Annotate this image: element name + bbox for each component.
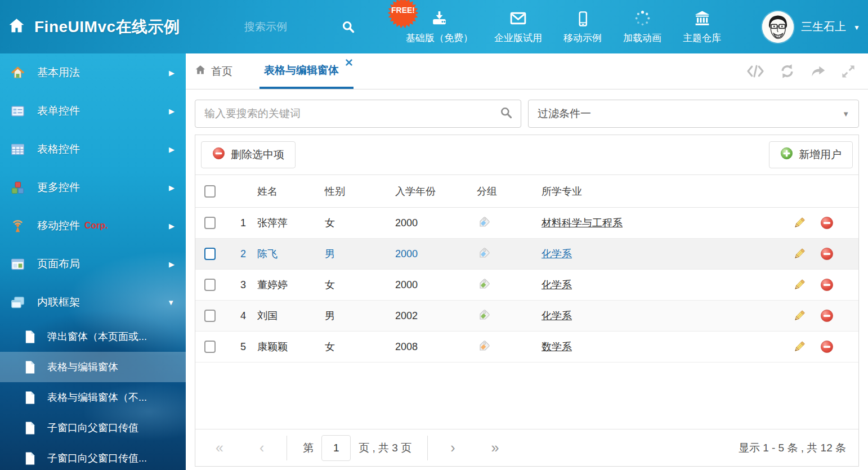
cell-name: 董婷婷 (257, 278, 325, 292)
source-code-icon[interactable] (746, 65, 764, 78)
sidebar-subitem-2[interactable]: 表格与编辑窗体（不... (0, 382, 186, 413)
sidebar-item-1[interactable]: 表单控件▶ (0, 92, 186, 130)
delete-row-icon[interactable] (820, 247, 834, 261)
sidebar-subitem-0[interactable]: 弹出窗体（本页面或... (0, 321, 186, 352)
row-checkbox[interactable] (204, 341, 216, 353)
edit-pencil-icon[interactable] (793, 309, 806, 323)
chevron-right-icon: ▶ (169, 183, 175, 192)
cell-gender: 男 (325, 247, 395, 261)
major-link[interactable]: 化学系 (542, 278, 774, 292)
top-nav: 基础版（免费）企业版试用移动示例加载动画主题仓库 (395, 0, 732, 53)
tab-home[interactable]: 首页 (195, 53, 232, 89)
next-page-button[interactable]: › (450, 441, 455, 455)
sidebar-subitem-3[interactable]: 子窗口向父窗口传值 (0, 413, 186, 443)
row-number: 4 (229, 310, 257, 322)
last-page-button[interactable]: » (491, 441, 499, 455)
sidebar-subitem-1[interactable]: 表格与编辑窗体 (0, 352, 186, 382)
cell-year: 2002 (395, 310, 477, 322)
delete-row-icon[interactable] (820, 216, 834, 230)
row-number: 2 (229, 248, 257, 260)
col-header-name[interactable]: 姓名 (257, 185, 325, 198)
major-link[interactable]: 数学系 (542, 340, 774, 353)
tab-active[interactable]: 表格与编辑窗体 (259, 53, 354, 89)
major-link[interactable]: 化学系 (542, 247, 774, 261)
table-row[interactable]: 5康颖颖女2008数学系 (195, 332, 858, 362)
header-search-input[interactable] (243, 20, 333, 34)
home-tab-icon (195, 64, 206, 78)
spinner-icon (633, 10, 652, 28)
header-search (243, 0, 355, 53)
row-checkbox[interactable] (204, 310, 216, 322)
edit-pencil-icon[interactable] (793, 216, 806, 230)
chevron-down-icon: ▼ (842, 110, 849, 118)
delete-row-icon[interactable] (820, 309, 834, 323)
table-row[interactable]: 3董婷婷女2000化学系 (195, 270, 858, 301)
sidebar-item-6[interactable]: 内联框架▼ (0, 283, 186, 321)
edit-pencil-icon[interactable] (793, 247, 806, 261)
sidebar-item-5[interactable]: 页面布局▶ (0, 245, 186, 283)
edit-pencil-icon[interactable] (793, 340, 806, 353)
top-nav-mobile-demo[interactable]: 移动示例 (553, 10, 612, 44)
brand: FineUIMvc在线示例 (8, 0, 180, 53)
close-icon[interactable] (346, 59, 352, 66)
prev-page-button[interactable]: ‹ (259, 441, 264, 455)
layout-color-icon (10, 257, 25, 272)
user-menu[interactable]: 三生石上 ▼ (762, 0, 860, 53)
sidebar-item-0[interactable]: 基本用法▶ (0, 53, 186, 92)
major-link[interactable]: 材料科学与工程系 (542, 216, 774, 230)
keyword-search-input[interactable] (203, 107, 499, 120)
select-all-checkbox[interactable] (204, 185, 216, 198)
top-nav-theme-repo[interactable]: 主题仓库 (672, 10, 732, 44)
sidebar-item-3[interactable]: 更多控件▶ (0, 168, 186, 207)
col-header-group[interactable]: 分组 (477, 185, 542, 198)
refresh-icon[interactable] (780, 64, 795, 79)
search-icon[interactable] (499, 106, 513, 122)
cell-gender: 男 (325, 309, 395, 323)
row-checkbox[interactable] (204, 217, 216, 229)
tag-icon (477, 216, 542, 230)
table-row[interactable]: 2陈飞男2000化学系 (195, 239, 858, 270)
cell-gender: 女 (325, 340, 395, 353)
sidebar-item-4[interactable]: 移动控件Corp.▶ (0, 207, 186, 245)
tab-home-label: 首页 (211, 64, 232, 79)
grid-toolbar: 删除选中项 新增用户 (195, 135, 858, 175)
first-page-button[interactable]: « (216, 441, 223, 455)
delete-row-icon[interactable] (820, 340, 834, 353)
filter-dropdown[interactable]: 过滤条件一 ▼ (528, 100, 859, 128)
plus-circle-icon (780, 147, 793, 163)
table-row[interactable]: 4刘国男2002化学系 (195, 301, 858, 332)
avatar[interactable] (762, 11, 794, 43)
delete-selected-button[interactable]: 删除选中项 (201, 141, 296, 168)
cell-year: 2000 (395, 217, 477, 229)
edit-pencil-icon[interactable] (793, 278, 806, 292)
share-icon[interactable] (810, 64, 826, 79)
page-number-input[interactable] (321, 435, 351, 461)
grid-header-row: 姓名 性别 入学年份 分组 所学专业 (195, 175, 858, 208)
col-header-major[interactable]: 所学专业 (542, 185, 774, 198)
sidebar-subitem-4[interactable]: 子窗口向父窗口传值... (0, 443, 186, 470)
row-checkbox[interactable] (204, 248, 216, 260)
col-header-year[interactable]: 入学年份 (395, 185, 477, 198)
top-nav-enterprise-trial[interactable]: 企业版试用 (484, 10, 553, 44)
row-checkbox[interactable] (204, 279, 216, 291)
minus-circle-icon (212, 147, 225, 163)
home-icon[interactable] (8, 17, 25, 37)
delete-row-icon[interactable] (820, 278, 834, 292)
sidebar-item-2[interactable]: 表格控件▶ (0, 130, 186, 168)
free-badge: FREE! (386, 0, 420, 30)
cell-gender: 女 (325, 216, 395, 230)
search-icon[interactable] (341, 20, 355, 34)
expand-icon[interactable] (841, 64, 856, 79)
cell-gender: 女 (325, 278, 395, 292)
major-link[interactable]: 化学系 (542, 309, 774, 323)
bank-icon (693, 10, 712, 28)
table-row[interactable]: 1张萍萍女2000材料科学与工程系 (195, 208, 858, 239)
top-nav-loading-animation[interactable]: 加载动画 (612, 10, 672, 44)
cell-name: 刘国 (257, 309, 325, 323)
mobile-icon (574, 10, 592, 28)
col-header-gender[interactable]: 性别 (325, 185, 395, 198)
tag-icon (477, 278, 542, 292)
add-user-button[interactable]: 新增用户 (769, 141, 853, 168)
pager-summary: 显示 1 - 5 条 , 共 12 条 (739, 441, 846, 455)
grid-color-icon (10, 142, 25, 157)
